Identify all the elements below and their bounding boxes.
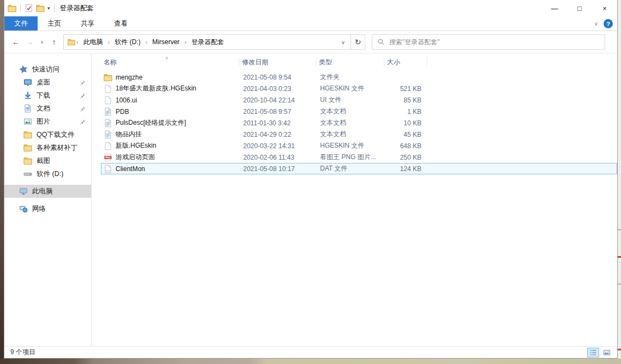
folder-icon[interactable] xyxy=(36,4,45,13)
qat-dropdown-icon[interactable]: ▾ xyxy=(47,5,50,11)
forward-icon[interactable]: → xyxy=(24,36,36,48)
breadcrumb-item[interactable]: 此电脑 xyxy=(80,37,106,48)
tab-share[interactable]: 共享 xyxy=(71,16,104,31)
folder-icon xyxy=(104,73,112,82)
refresh-icon[interactable]: ↻ xyxy=(351,34,365,50)
file-date: 2021-04-29 0:22 xyxy=(240,131,317,138)
ribbon-right-controls: ∨ ? xyxy=(594,16,613,31)
file-row[interactable]: 新版.HGEskin2020-03-22 14:31HGESKIN 文件648 … xyxy=(101,140,617,151)
sidebar-item-label: 快速访问 xyxy=(32,65,59,74)
pin-icon xyxy=(78,92,87,100)
history-chevron-icon[interactable]: ∨ xyxy=(38,36,46,48)
navigation-toolbar: ← → ∨ ↑ ›此电脑›软件 (D:)›Mirserver›登录器配套 ∨ ↻ xyxy=(4,31,617,53)
file-type: 文本文档 xyxy=(317,130,385,139)
maximize-button[interactable]: □ xyxy=(567,0,592,16)
sidebar-item-软件 (D:)[interactable]: 软件 (D:) xyxy=(4,167,91,180)
file-row[interactable]: 1006.ui2020-10-04 22:14UI 文件85 KB xyxy=(101,94,617,106)
pin-icon xyxy=(78,118,87,126)
png-file-icon: PNG xyxy=(104,153,112,162)
file-row[interactable]: 物品内挂2021-04-29 0:22文本文档45 KB xyxy=(101,129,617,140)
file-type: 文本文档 xyxy=(317,118,385,128)
desktop-background-bottom xyxy=(0,359,621,364)
sidebar-item-label: 桌面 xyxy=(37,78,50,87)
file-date: 2011-01-30 3:42 xyxy=(240,119,317,127)
up-icon[interactable]: ↑ xyxy=(48,36,60,48)
file-size: 521 KB xyxy=(385,85,428,93)
sidebar-item-QQ下载文件[interactable]: QQ下载文件 xyxy=(4,128,91,141)
file-name: PDB xyxy=(116,108,129,116)
sidebar-item-快速访问[interactable]: 快速访问 xyxy=(4,63,91,76)
address-dropdown-icon[interactable]: ∨ xyxy=(338,39,348,45)
sidebar-item-label: 截图 xyxy=(37,156,50,166)
address-bar[interactable]: ›此电脑›软件 (D:)›Mirserver›登录器配套 ∨ xyxy=(63,34,351,50)
search-box[interactable] xyxy=(372,34,605,50)
column-header-name[interactable]: 名称 ∧ xyxy=(101,58,239,66)
sidebar-item-label: 文档 xyxy=(37,104,50,113)
column-header-type[interactable]: 类型 xyxy=(316,58,384,66)
file-row[interactable]: PulsDesc[经络提示文件]2011-01-30 3:42文本文档10 KB xyxy=(101,117,617,129)
file-row[interactable]: 18年盛大最新皮肤.HGEskin2021-04-03 0:23HGESKIN … xyxy=(101,83,617,94)
blank-file-icon xyxy=(104,96,112,105)
file-name-cell: PNG游戏启动页面 xyxy=(101,153,240,162)
item-count: 9 个项目 xyxy=(10,348,35,357)
file-type: HGESKIN 文件 xyxy=(317,141,385,150)
sidebar-item-下载[interactable]: 下载 xyxy=(4,89,91,102)
search-input[interactable] xyxy=(389,38,600,46)
column-header-date[interactable]: 修改日期 xyxy=(239,58,316,66)
file-name-cell: 物品内挂 xyxy=(101,130,240,139)
breadcrumb-item[interactable]: Mirserver xyxy=(149,37,183,47)
sidebar-item-各种素材补丁[interactable]: 各种素材补丁 xyxy=(4,141,91,154)
download-icon xyxy=(23,91,32,100)
sidebar-item-此电脑[interactable]: 此电脑 xyxy=(4,185,91,198)
separator xyxy=(54,4,55,12)
file-type: 文件夹 xyxy=(317,72,385,82)
tab-file[interactable]: 文件 xyxy=(4,16,38,31)
file-name-cell: PulsDesc[经络提示文件] xyxy=(101,118,240,128)
file-row[interactable]: PDB2021-05-08 9:57文本文档1 KB xyxy=(101,106,617,117)
file-date: 2020-03-22 14:31 xyxy=(240,142,317,150)
sidebar-item-label: 此电脑 xyxy=(32,187,53,196)
file-rows: mengzhe2021-05-08 9:54文件夹18年盛大最新皮肤.HGEsk… xyxy=(101,71,617,174)
tab-view[interactable]: 查看 xyxy=(104,16,137,31)
minimize-button[interactable]: — xyxy=(542,0,567,16)
minimize-ribbon-icon[interactable]: ∨ xyxy=(594,21,598,27)
file-row[interactable]: PNG游戏启动页面2020-02-06 11:43看图王 PNG 图片...25… xyxy=(101,151,617,163)
details-view-button[interactable] xyxy=(587,348,599,357)
file-row[interactable]: VCDClientMon2021-05-08 10:17DAT 文件124 KB xyxy=(101,163,617,174)
window-title: 登录器配套 xyxy=(60,4,94,13)
folder-icon[interactable] xyxy=(8,4,16,13)
thumbnails-view-button[interactable] xyxy=(601,348,613,357)
sidebar-item-截图[interactable]: 截图 xyxy=(4,154,91,167)
sidebar-item-label: QQ下载文件 xyxy=(37,130,74,139)
column-headers: 名称 ∧ 修改日期 类型 大小 xyxy=(101,54,617,69)
sidebar-item-图片[interactable]: 图片 xyxy=(4,115,91,128)
drive-icon xyxy=(23,169,32,178)
back-icon[interactable]: ← xyxy=(10,36,22,48)
vcd-file-icon: VCD xyxy=(104,165,112,173)
file-size: 124 KB xyxy=(385,165,428,173)
breadcrumb-separator-icon: › xyxy=(145,39,148,45)
close-button[interactable]: × xyxy=(592,0,617,16)
file-size: 1 KB xyxy=(385,108,428,116)
breadcrumb-item[interactable]: 软件 (D:) xyxy=(111,37,143,48)
sidebar-item-label: 网络 xyxy=(32,204,46,214)
file-name: PulsDesc[经络提示文件] xyxy=(116,118,186,128)
file-date: 2021-05-08 9:54 xyxy=(240,74,317,81)
sidebar-item-文档[interactable]: 文档 xyxy=(4,102,91,115)
breadcrumb-item[interactable]: 登录器配套 xyxy=(188,37,227,48)
file-name-cell: PDB xyxy=(101,107,240,116)
file-name-cell: 18年盛大最新皮肤.HGEskin xyxy=(101,84,240,93)
file-row[interactable]: mengzhe2021-05-08 9:54文件夹 xyxy=(101,71,617,83)
confirm-check-icon[interactable] xyxy=(25,4,33,13)
text-file-icon xyxy=(104,119,112,128)
tab-home[interactable]: 主页 xyxy=(38,16,71,31)
sidebar-item-桌面[interactable]: 桌面 xyxy=(4,76,91,89)
explorer-window: ▾ 登录器配套 — □ × 文件主页共享查看 ∨ ? ← → ∨ xyxy=(4,0,618,359)
file-type: HGESKIN 文件 xyxy=(317,84,385,93)
sidebar-item-网络[interactable]: 网络 xyxy=(4,202,91,215)
column-header-size[interactable]: 大小 xyxy=(384,58,427,66)
ribbon-tabs: 文件主页共享查看 xyxy=(4,16,137,31)
window-controls: — □ × xyxy=(542,0,617,16)
svg-text:VCD: VCD xyxy=(106,169,111,172)
help-button[interactable]: ? xyxy=(604,19,613,28)
